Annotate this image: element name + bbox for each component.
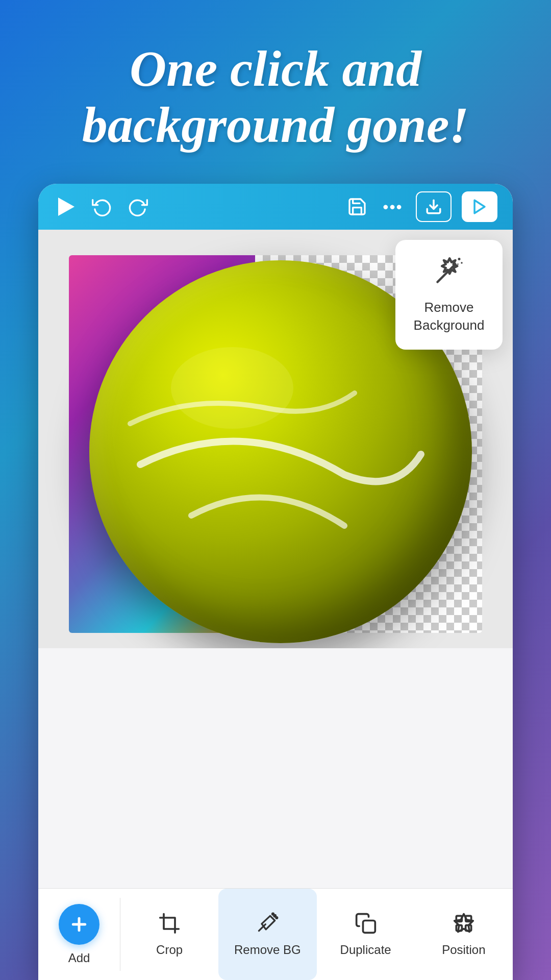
add-icon[interactable]	[59, 904, 99, 945]
duplicate-tool[interactable]: Duplicate	[317, 889, 415, 980]
svg-rect-17	[456, 916, 462, 921]
svg-line-4	[438, 264, 456, 282]
svg-point-3	[171, 347, 293, 429]
share-button[interactable]	[462, 191, 497, 222]
svg-point-5	[458, 258, 461, 260]
svg-marker-2	[474, 200, 485, 213]
remove-bg-label: Remove BG	[234, 943, 301, 957]
crop-icon	[158, 912, 181, 937]
svg-rect-18	[466, 916, 471, 921]
svg-marker-0	[58, 198, 74, 216]
undo-button[interactable]	[89, 194, 115, 219]
download-button[interactable]	[416, 191, 452, 222]
position-tool[interactable]: Position	[415, 889, 513, 980]
crop-tool[interactable]: Crop	[120, 889, 218, 980]
svg-point-7	[457, 263, 459, 265]
position-icon	[453, 912, 475, 937]
canvas-area: Remove Background	[38, 230, 513, 648]
save-button[interactable]	[344, 194, 370, 219]
app-logo	[54, 194, 79, 219]
redo-button[interactable]	[125, 194, 151, 219]
svg-point-6	[461, 262, 463, 264]
magic-wand-icon	[434, 255, 464, 286]
add-tool[interactable]: Add	[38, 889, 120, 980]
remove-background-card[interactable]: Remove Background	[395, 240, 503, 350]
svg-rect-15	[363, 920, 375, 933]
remove-bg-tool[interactable]: Remove BG	[218, 889, 316, 980]
position-label: Position	[442, 943, 485, 957]
duplicate-icon	[355, 912, 377, 937]
svg-rect-10	[164, 918, 175, 929]
app-card: •••	[38, 184, 513, 980]
app-toolbar: •••	[38, 184, 513, 230]
svg-point-12	[274, 915, 276, 917]
remove-bg-icon	[256, 912, 279, 937]
crop-label: Crop	[156, 943, 183, 957]
duplicate-label: Duplicate	[340, 943, 391, 957]
hero-heading: One click and background gone!	[0, 0, 551, 174]
add-label: Add	[68, 951, 90, 965]
svg-point-14	[272, 913, 274, 915]
remove-background-label: Remove Background	[413, 299, 485, 334]
svg-point-13	[276, 917, 278, 918]
more-button[interactable]: •••	[380, 194, 406, 219]
bottom-toolbar: Add Crop	[38, 888, 513, 980]
